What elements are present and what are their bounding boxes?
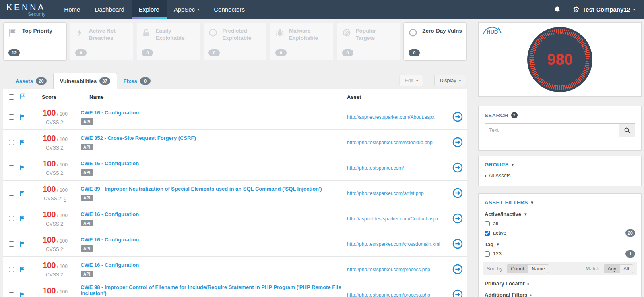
card-popular-targets[interactable]: Popular Targets 0 — [337, 22, 400, 61]
chevron-down-icon[interactable]: ▾ — [531, 200, 533, 205]
card-label: Popular Targets — [356, 27, 396, 42]
primary-locator-link[interactable]: Primary Locator ▸ — [479, 280, 641, 287]
flag-icon[interactable] — [19, 292, 25, 297]
tab-label: Assets — [15, 78, 33, 84]
filter-checkbox-123[interactable] — [485, 251, 490, 257]
asset-link[interactable]: http://php.testsparker.com/ — [347, 165, 404, 171]
asset-link[interactable]: http://aspnet.testsparker.com/Contact.as… — [347, 216, 438, 222]
table-row: 100 / 100 CVSS 2: CWE 16 - Configuration — [3, 231, 467, 257]
open-vulnerability-arrow-icon[interactable] — [452, 137, 463, 147]
sort-by-label: Sort by: — [487, 266, 504, 272]
select-all-checkbox[interactable] — [9, 94, 14, 100]
open-vulnerability-arrow-icon[interactable] — [452, 112, 463, 122]
sort-name-button[interactable]: Name — [528, 265, 548, 273]
asset-link[interactable]: http://php.testsparker.com/crossdomain.x… — [347, 241, 440, 247]
vulnerability-link[interactable]: CWE 352 - Cross-Site Request Forgery (CS… — [80, 135, 196, 141]
open-vulnerability-arrow-icon[interactable] — [452, 289, 463, 297]
filter-checkbox-all[interactable] — [485, 221, 490, 226]
search-input[interactable] — [485, 123, 619, 136]
row-checkbox[interactable] — [9, 191, 14, 196]
open-vulnerability-arrow-icon[interactable] — [452, 162, 463, 173]
filter-count-badge: 20 — [625, 229, 635, 237]
vulnerability-link[interactable]: CWE 16 - Configuration — [80, 211, 139, 217]
vulnerability-link[interactable]: CWE 16 - Configuration — [80, 237, 139, 243]
help-icon[interactable]: ? — [511, 112, 518, 118]
chevron-down-icon[interactable]: ▾ — [512, 162, 514, 167]
nav-item-appsec[interactable]: AppSec ▾ — [167, 0, 207, 19]
chevron-down-icon: ▾ — [497, 242, 499, 247]
chevron-right-icon: ▸ — [530, 293, 532, 297]
filter-group-tag[interactable]: Tag ▾ — [479, 241, 641, 247]
filter-checkbox-active[interactable] — [485, 231, 490, 236]
tab-vulnerabilities[interactable]: Vulnerabilities 37 — [53, 73, 117, 89]
vulnerability-link[interactable]: CWE 16 - Configuration — [80, 110, 139, 116]
card-top-priority[interactable]: Top Priority 12 — [3, 22, 67, 61]
open-vulnerability-arrow-icon[interactable] — [452, 239, 463, 249]
notifications-bell-icon[interactable] — [554, 6, 561, 13]
card-easily-exploitable[interactable]: Easily Exploitable 0 — [136, 22, 200, 61]
asset-link[interactable]: http://php.testsparker.com/nslookup.php — [347, 140, 433, 145]
tab-fixes[interactable]: Fixes 0 — [117, 73, 157, 89]
api-badge: API — [80, 195, 93, 201]
vulnerability-link[interactable]: CWE 16 - Configuration — [80, 262, 139, 268]
match-any-button[interactable]: Any — [604, 265, 620, 273]
total-risk-gauge[interactable]: 980 — [527, 27, 592, 92]
flag-icon[interactable] — [19, 165, 25, 171]
groups-panel: GROUPS ▾ › All Assets — [478, 156, 642, 186]
asset-link[interactable]: http://aspnet.testsparker.com/About.aspx — [347, 114, 434, 120]
vulnerability-link[interactable]: CWE 89 - Improper Neutralization of Spec… — [80, 186, 322, 192]
asset-link[interactable]: http://php.testsparker.com/process.php — [347, 267, 430, 272]
flag-icon[interactable] — [19, 190, 25, 196]
groups-heading: GROUPS — [485, 162, 509, 168]
flag-icon[interactable] — [19, 266, 25, 272]
row-checkbox[interactable] — [9, 216, 14, 221]
display-button[interactable]: Display ▾ — [434, 75, 466, 86]
card-label: Predicted Exploitable — [222, 27, 262, 42]
flag-icon[interactable] — [19, 114, 25, 120]
tab-count-badge: 0 — [140, 77, 151, 85]
open-vulnerability-arrow-icon[interactable] — [452, 264, 463, 274]
additional-filters-link[interactable]: Additional Filters ▸ — [479, 292, 641, 297]
nav-item-connectors[interactable]: Connectors — [206, 0, 252, 19]
nav-item-explore[interactable]: Explore — [132, 0, 167, 19]
search-icon — [624, 127, 630, 133]
edit-button[interactable]: Edit ▾ — [399, 75, 423, 86]
flag-icon[interactable] — [19, 241, 25, 247]
match-all-button[interactable]: All — [620, 265, 633, 273]
row-checkbox[interactable] — [9, 292, 14, 297]
chevron-down-icon: ▾ — [416, 79, 418, 83]
asset-link[interactable]: http://php.testsparker.com/artist.php — [347, 191, 424, 196]
nav-item-label: Dashboard — [95, 6, 124, 13]
nav-item-label: AppSec — [174, 6, 195, 13]
sort-count-button[interactable]: Count — [507, 265, 528, 273]
vulnerability-link[interactable]: CWE 16 - Configuration — [80, 160, 139, 166]
kenna-logo[interactable]: KENNA Security — [0, 0, 57, 19]
filter-group-active-inactive[interactable]: Active/Inactive ▾ — [479, 211, 641, 217]
card-predicted-exploitable[interactable]: Predicted Exploitable 0 — [203, 22, 267, 61]
card-malware-exploitable[interactable]: Malware Exploitable 0 — [270, 22, 334, 61]
nav-item-home[interactable]: Home — [57, 0, 87, 19]
row-checkbox[interactable] — [9, 267, 14, 272]
row-checkbox[interactable] — [9, 114, 14, 120]
tab-assets[interactable]: Assets 20 — [9, 73, 53, 89]
vulnerability-link[interactable]: CWE 98 - Improper Control of Filename fo… — [80, 284, 347, 296]
search-button[interactable] — [619, 123, 635, 137]
asset-link[interactable]: http://php.testsparker.com/process.php — [347, 292, 430, 297]
row-checkbox[interactable] — [9, 241, 14, 247]
row-checkbox[interactable] — [9, 140, 14, 145]
row-checkbox[interactable] — [9, 165, 14, 170]
card-zero-day-vulns[interactable]: Zero-Day Vulns 0 — [403, 22, 467, 61]
card-count-badge: 12 — [8, 49, 20, 56]
card-active-net-breaches[interactable]: Active Net Breaches 0 — [70, 22, 134, 61]
chevron-down-icon: ▾ — [197, 7, 199, 12]
account-menu[interactable]: ⚙ Test Company12 ▾ — [573, 6, 635, 13]
flag-icon[interactable] — [19, 139, 25, 145]
open-vulnerability-arrow-icon[interactable] — [452, 213, 463, 224]
results-tabbar: Assets 20 Vulnerabilities 37 Fixes 0 Edi… — [3, 73, 467, 89]
bolt-icon — [75, 28, 84, 39]
nav-item-label: Home — [64, 6, 80, 13]
nav-item-dashboard[interactable]: Dashboard — [87, 0, 131, 19]
group-item-all-assets[interactable]: › All Assets — [485, 172, 635, 179]
open-vulnerability-arrow-icon[interactable] — [452, 188, 463, 198]
flag-icon[interactable] — [19, 216, 25, 222]
